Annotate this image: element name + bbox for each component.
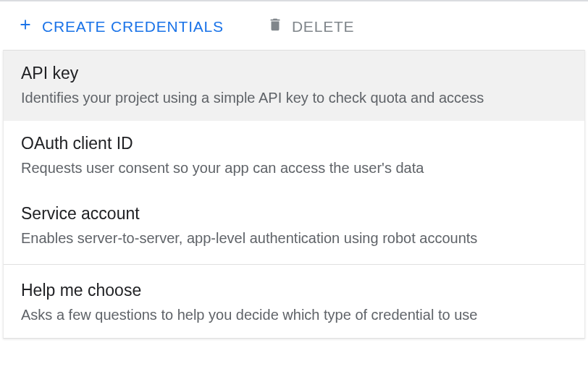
- menu-item-title: API key: [21, 64, 567, 83]
- menu-item-oauth-client-id[interactable]: OAuth client ID Requests user consent so…: [4, 121, 584, 191]
- menu-item-description: Asks a few questions to help you decide …: [21, 305, 567, 325]
- delete-button[interactable]: DELETE: [267, 16, 355, 37]
- trash-icon: [267, 16, 283, 37]
- create-credentials-label: CREATE CREDENTIALS: [42, 18, 224, 35]
- menu-item-title: OAuth client ID: [21, 134, 567, 153]
- menu-item-description: Requests user consent so your app can ac…: [21, 158, 567, 178]
- delete-label: DELETE: [292, 18, 355, 35]
- menu-item-api-key[interactable]: API key Identifies your project using a …: [4, 51, 584, 121]
- menu-item-title: Service account: [21, 204, 567, 224]
- menu-item-description: Identifies your project using a simple A…: [21, 88, 567, 108]
- menu-item-service-account[interactable]: Service account Enables server-to-server…: [4, 191, 584, 261]
- plus-icon: [17, 17, 33, 36]
- credentials-dropdown: API key Identifies your project using a …: [3, 50, 585, 339]
- create-credentials-button[interactable]: CREATE CREDENTIALS: [17, 17, 224, 36]
- menu-item-title: Help me choose: [21, 281, 567, 300]
- menu-divider: [4, 264, 584, 265]
- menu-item-description: Enables server-to-server, app-level auth…: [21, 228, 567, 248]
- toolbar: CREATE CREDENTIALS DELETE: [0, 0, 588, 50]
- menu-item-help-me-choose[interactable]: Help me choose Asks a few questions to h…: [4, 268, 584, 338]
